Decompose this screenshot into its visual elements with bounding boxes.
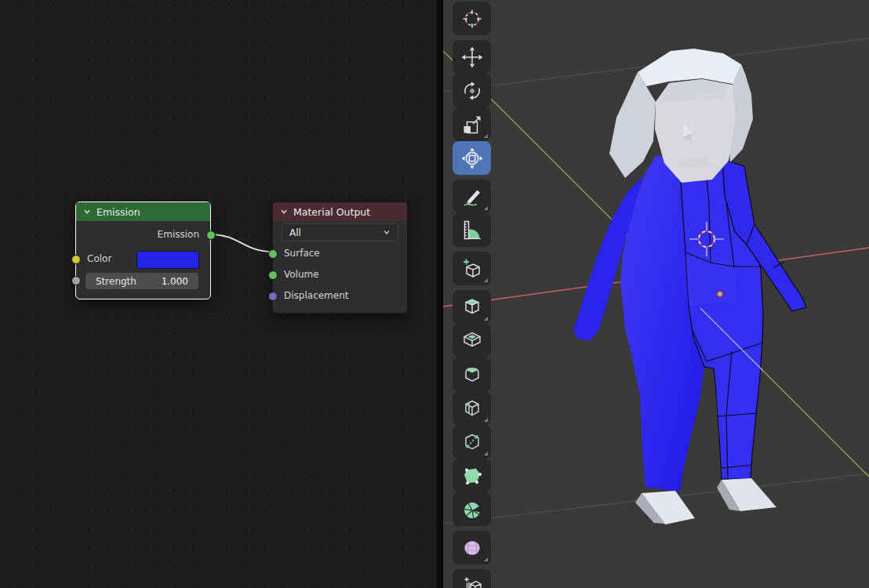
annotate-icon [460, 185, 484, 209]
viewport-canvas[interactable] [443, 0, 869, 588]
dropdown-chevron-icon [383, 227, 391, 238]
transform-icon [460, 147, 484, 170]
strength-value: 1.000 [162, 276, 188, 287]
surface-input-socket[interactable] [268, 249, 278, 259]
node-link-emission-to-surface [209, 234, 273, 252]
displacement-input-label: Displacement [284, 290, 349, 301]
strength-input-socket[interactable] [71, 276, 81, 285]
editor-divider[interactable] [436, 0, 443, 588]
smooth-icon [460, 536, 484, 560]
cursor-icon [460, 7, 484, 31]
scale-icon [460, 113, 484, 136]
move-icon [460, 45, 484, 69]
emission-node[interactable]: Emission Emission Color Strength 1.000 [75, 201, 211, 299]
viewport-3d[interactable] [443, 0, 869, 588]
tool-button-scale[interactable] [453, 107, 491, 141]
rotate-icon [460, 79, 484, 103]
submenu-indicator [484, 134, 488, 138]
character-model [573, 49, 806, 524]
bevel-icon [460, 363, 484, 387]
strength-slider[interactable]: Strength 1.000 [85, 273, 198, 289]
submenu-indicator [484, 452, 488, 456]
surface-input-label: Surface [284, 248, 320, 259]
tool-button-loop-cut[interactable] [453, 391, 491, 425]
volume-input-socket[interactable] [268, 270, 278, 280]
submenu-indicator [484, 206, 488, 210]
measure-icon [460, 219, 484, 242]
tool-button-add-cube[interactable] [453, 252, 491, 285]
tool-button-bevel[interactable] [453, 358, 491, 391]
viewport-toolbar [453, 2, 491, 588]
collapse-chevron-icon[interactable] [83, 208, 91, 216]
collapse-chevron-icon[interactable] [280, 208, 288, 216]
tool-button-measure[interactable] [453, 213, 491, 247]
knife-icon [460, 430, 484, 454]
body-facet [685, 251, 737, 306]
add-cube-icon [460, 257, 484, 281]
object-origin-dot[interactable] [718, 292, 723, 297]
emission-node-title: Emission [96, 206, 140, 218]
extrude-region-icon [460, 296, 484, 319]
submenu-indicator [484, 418, 488, 422]
render-target-value: All [289, 227, 301, 238]
spin-icon [460, 498, 484, 521]
material-output-node-title: Material Output [293, 206, 370, 218]
blender-window: { "shader_editor": { "emission_node": { … [0, 0, 869, 588]
tool-button-rotate[interactable] [453, 74, 491, 107]
tool-button-rip-region[interactable] [453, 569, 491, 588]
displacement-input-socket[interactable] [268, 292, 278, 301]
rip-region-icon [460, 575, 484, 588]
tool-button-poly-build[interactable] [453, 459, 491, 492]
emission-output-socket[interactable] [206, 230, 216, 240]
tool-button-extrude-region[interactable] [453, 290, 491, 324]
submenu-indicator [484, 557, 488, 561]
color-input-label: Color [87, 253, 111, 264]
tool-button-knife[interactable] [453, 425, 491, 459]
inset-faces-icon [460, 329, 484, 353]
tool-button-inset-faces[interactable] [453, 324, 491, 358]
strength-label: Strength [96, 276, 136, 287]
tool-button-annotate[interactable] [453, 180, 491, 213]
emission-node-header[interactable]: Emission [76, 202, 210, 221]
tool-button-transform[interactable] [453, 141, 491, 175]
tool-button-cursor[interactable] [453, 2, 491, 35]
color-swatch[interactable] [136, 251, 199, 269]
volume-input-label: Volume [284, 269, 319, 280]
material-output-node-header[interactable]: Material Output [273, 202, 407, 221]
tool-button-spin[interactable] [453, 492, 491, 526]
submenu-indicator [484, 317, 488, 321]
submenu-indicator [484, 278, 488, 282]
material-output-node[interactable]: Material Output All Surface Volume Displ… [272, 201, 408, 314]
tool-button-move[interactable] [453, 40, 491, 74]
render-target-dropdown[interactable]: All [282, 223, 398, 241]
tool-button-smooth[interactable] [453, 531, 491, 564]
shader-editor-panel[interactable]: Emission Emission Color Strength 1.000 M… [0, 0, 436, 588]
emission-output-label: Emission [158, 229, 199, 240]
loop-cut-icon [460, 397, 484, 420]
poly-build-icon [460, 464, 484, 488]
color-input-socket[interactable] [71, 255, 81, 264]
